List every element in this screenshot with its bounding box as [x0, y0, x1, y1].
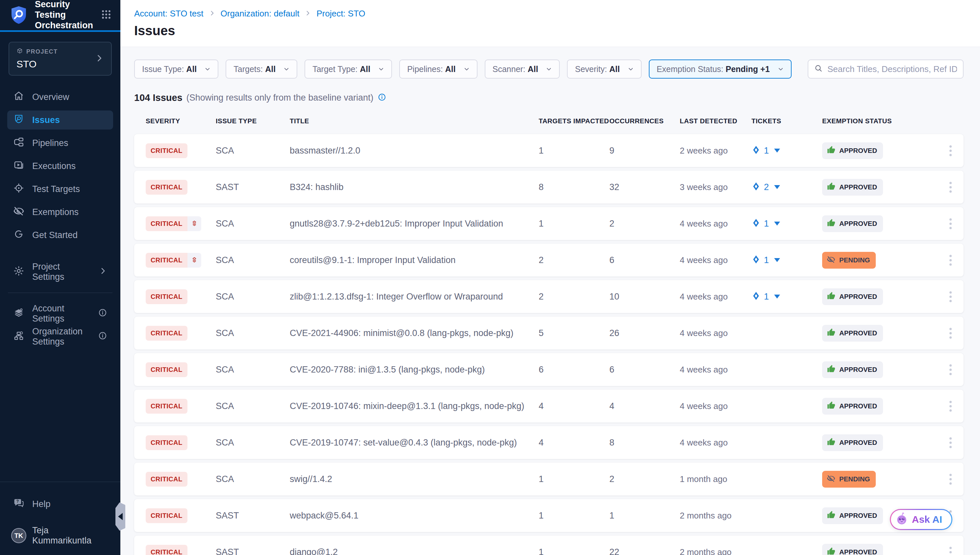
severity-badge: CRITICAL [146, 143, 188, 158]
ask-ai-button[interactable]: Ask AI [890, 509, 953, 530]
issue-title-link[interactable]: B324: hashlib [290, 182, 539, 192]
issue-title-link[interactable]: django@1.2 [290, 547, 539, 555]
chevron-down-icon [546, 64, 552, 74]
sidebar-item-test-targets[interactable]: Test Targets [7, 180, 113, 199]
filter-exemption-status[interactable]: Exemption Status: Pending +1 [649, 59, 792, 79]
sidebar-item-get-started[interactable]: Get Started [7, 226, 113, 245]
collapse-left-icon [118, 513, 123, 520]
table-row[interactable]: CRITICAL SCA coreutils@9.1-1: Improper I… [134, 244, 964, 276]
info-icon[interactable] [98, 308, 107, 319]
search-input[interactable] [828, 64, 957, 74]
sidebar-item-overview[interactable]: Overview [7, 87, 113, 106]
row-menu-button[interactable] [947, 362, 954, 378]
issue-type-cell: SCA [216, 255, 290, 265]
sidebar: Security Testing Orchestration PROJECT S… [0, 0, 120, 555]
table-row[interactable]: CRITICAL SAST B324: hashlib 8 32 3 weeks… [134, 171, 964, 204]
breadcrumb-account-link[interactable]: Account: STO test [134, 8, 204, 19]
row-menu-button[interactable] [947, 435, 954, 451]
issue-type-cell: SCA [216, 146, 290, 156]
table-row[interactable]: CRITICAL SAST django@1.2 1 22 2 months a… [134, 536, 964, 555]
breadcrumb-organization-link[interactable]: Organization: default [221, 8, 300, 19]
module-grid-icon[interactable] [101, 9, 112, 21]
filter-severity[interactable]: Severity: All [567, 59, 641, 79]
breadcrumb-project-link[interactable]: Project: STO [316, 8, 365, 19]
issue-title-link[interactable]: bassmaster//1.2.0 [290, 146, 539, 156]
last-detected-cell: 4 weeks ago [680, 365, 751, 375]
issue-title-link[interactable]: CVE-2021-44906: minimist@0.0.8 (lang-pkg… [290, 328, 539, 338]
exemption-status-label: APPROVED [839, 512, 877, 520]
filter-target-type[interactable]: Target Type: All [305, 59, 392, 79]
eye-slash-icon [827, 474, 835, 484]
ticket-cell-content[interactable]: 1 [751, 255, 822, 265]
ticket-dropdown-icon[interactable] [774, 185, 780, 189]
chevron-right-icon [99, 267, 107, 278]
table-row[interactable]: CRITICAL SCA CVE-2020-7788: ini@1.3.5 (l… [134, 353, 964, 386]
severity-badge: CRITICAL [146, 253, 201, 268]
issue-title-link[interactable]: CVE-2019-10747: set-value@0.4.3 (lang-pk… [290, 438, 539, 448]
issue-title-link[interactable]: zlib@1:1.2.13.dfsg-1: Integer Overflow o… [290, 292, 539, 302]
ticket-cell-content[interactable]: 2 [751, 182, 822, 192]
sidebar-item-label: Help [32, 499, 51, 509]
exemption-status-label: APPROVED [839, 183, 877, 191]
sidebar-item-label: Get Started [32, 230, 78, 241]
project-selector[interactable]: PROJECT STO [8, 42, 112, 75]
sidebar-item-help[interactable]: ? Help [7, 494, 113, 513]
play-box-icon [13, 159, 24, 173]
table-row[interactable]: CRITICAL SCA CVE-2019-10746: mixin-deep@… [134, 390, 964, 422]
issue-title-link[interactable]: CVE-2019-10746: mixin-deep@1.3.1 (lang-p… [290, 401, 539, 411]
row-menu-button[interactable] [947, 289, 954, 305]
row-menu-button[interactable] [947, 325, 954, 341]
user-menu[interactable]: TK Teja Kummarikuntla [7, 526, 113, 545]
sidebar-collapse-handle[interactable] [115, 502, 125, 531]
ticket-dropdown-icon[interactable] [774, 295, 780, 298]
filter-scanner[interactable]: Scanner: All [485, 59, 560, 79]
column-header-tickets: TICKETS [751, 117, 822, 125]
row-menu-button[interactable] [947, 143, 954, 159]
table-row[interactable]: CRITICAL SAST webpack@5.64.1 1 1 2 month… [134, 499, 964, 532]
row-menu-button[interactable] [947, 252, 954, 268]
column-header-targets-impacted: TARGETS IMPACTED [539, 117, 609, 125]
sidebar-item-issues[interactable]: Issues [7, 111, 113, 130]
exemption-status-badge: APPROVED [822, 361, 883, 378]
row-menu-button[interactable] [947, 216, 954, 232]
filter-issue-type[interactable]: Issue Type: All [134, 59, 218, 79]
ticket-cell-content[interactable]: 1 [751, 291, 822, 302]
filter-targets[interactable]: Targets: All [226, 59, 297, 79]
row-menu-button[interactable] [947, 179, 954, 195]
info-icon[interactable] [98, 331, 107, 343]
sidebar-item-exemptions[interactable]: Exemptions [7, 202, 113, 221]
row-menu-button[interactable] [947, 544, 954, 555]
column-header-title: TITLE [290, 117, 539, 125]
ticket-cell-content[interactable]: 1 [751, 145, 822, 156]
thumbs-up-icon [827, 182, 835, 192]
severity-badge: CRITICAL [146, 472, 188, 487]
sidebar-item-pipelines[interactable]: Pipelines [7, 133, 113, 152]
filter-pipelines[interactable]: Pipelines: All [399, 59, 477, 79]
sidebar-item-project-settings[interactable]: Project Settings [7, 262, 113, 281]
sidebar-item-organization-settings[interactable]: Organization Settings [7, 327, 113, 346]
issue-title-link[interactable]: CVE-2020-7788: ini@1.3.5 (lang-pkgs, nod… [290, 365, 539, 375]
ticket-cell-content[interactable]: 1 [751, 218, 822, 229]
table-row[interactable]: CRITICAL SCA bassmaster//1.2.0 1 9 2 wee… [134, 134, 964, 167]
last-detected-cell: 3 weeks ago [680, 182, 751, 192]
issue-title-link[interactable]: swig//1.4.2 [290, 474, 539, 484]
row-menu-button[interactable] [947, 398, 954, 414]
table-row[interactable]: CRITICAL SCA swig//1.4.2 1 2 1 month ago [134, 463, 964, 496]
info-icon[interactable] [377, 93, 387, 103]
issue-title-link[interactable]: webpack@5.64.1 [290, 511, 539, 521]
row-menu-button[interactable] [947, 471, 954, 487]
table-row[interactable]: CRITICAL SCA CVE-2021-44906: minimist@0.… [134, 317, 964, 350]
table-row[interactable]: CRITICAL SCA gnutls28@3.7.9-2+deb12u5: I… [134, 207, 964, 240]
issue-title-link[interactable]: gnutls28@3.7.9-2+deb12u5: Improper Input… [290, 219, 539, 229]
sidebar-item-account-settings[interactable]: Account Settings [7, 304, 113, 323]
table-row[interactable]: CRITICAL SCA CVE-2019-10747: set-value@0… [134, 426, 964, 459]
ask-ai-label: Ask AI [912, 514, 942, 525]
sidebar-item-executions[interactable]: Executions [7, 157, 113, 176]
ticket-dropdown-icon[interactable] [774, 221, 780, 226]
ticket-dropdown-icon[interactable] [774, 149, 780, 152]
ticket-dropdown-icon[interactable] [774, 258, 780, 262]
table-row[interactable]: CRITICAL SCA zlib@1:1.2.13.dfsg-1: Integ… [134, 280, 964, 313]
issue-title-link[interactable]: coreutils@9.1-1: Improper Input Validati… [290, 255, 539, 265]
occurrences-cell: 6 [609, 255, 680, 265]
targets-impacted-cell: 1 [539, 219, 609, 229]
